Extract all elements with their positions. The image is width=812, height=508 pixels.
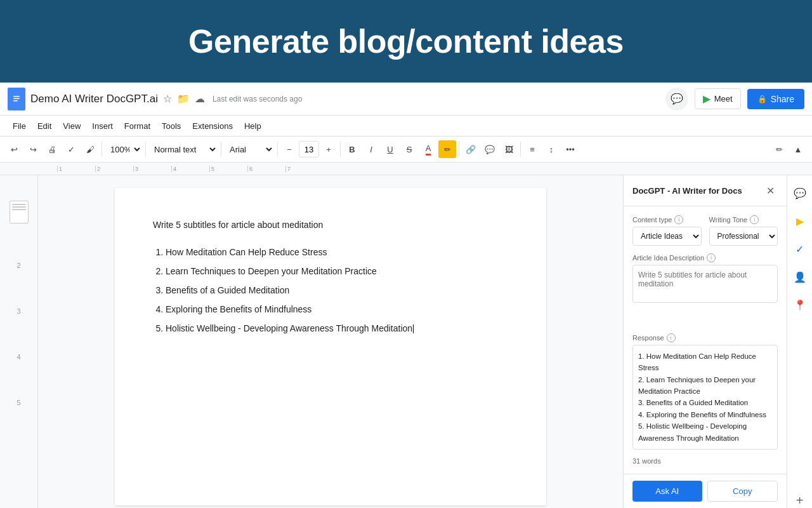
decrease-font-button[interactable]: − xyxy=(280,140,298,158)
zoom-select[interactable]: 100% 75% 125% xyxy=(105,140,143,158)
toolbar: ↩ ↪ 🖨 ✓ 🖌 100% 75% 125% Normal text Head… xyxy=(0,136,812,163)
font-select[interactable]: Arial Times New Roman xyxy=(224,140,275,158)
right-panel: DocGPT - AI Writer for Docs ✕ Content ty… xyxy=(623,175,787,508)
share-button[interactable]: 🔒 Share xyxy=(747,89,804,109)
ask-ai-button[interactable]: Ask AI xyxy=(632,481,702,502)
list-item: Exploring the Benefits of Mindfulness xyxy=(166,300,508,319)
style-select[interactable]: Normal text Heading 1 Heading 2 xyxy=(148,140,218,158)
writing-tone-field: Writing Tone i Professional Casual Forma… xyxy=(709,215,778,246)
add-strip-button[interactable]: + xyxy=(796,493,804,508)
ruler-mark-4: 4 xyxy=(171,166,209,172)
divider-5 xyxy=(340,142,341,157)
ruler: 1 2 3 4 5 6 7 xyxy=(0,163,812,175)
menu-format[interactable]: Format xyxy=(119,119,155,133)
link-button[interactable]: 🔗 xyxy=(462,140,480,158)
ruler-mark-5: 5 xyxy=(209,166,247,172)
title-right-actions: 💬 ▶ Meet 🔒 Share xyxy=(665,88,804,110)
menu-insert[interactable]: Insert xyxy=(87,119,118,133)
font-size-area: − + xyxy=(280,140,337,158)
menu-extensions[interactable]: Extensions xyxy=(187,119,238,133)
response-info-icon[interactable]: i xyxy=(667,333,676,342)
ruler-mark-2: 2 xyxy=(95,166,133,172)
content-type-field: Content type i Article Ideas Blog Post S… xyxy=(632,215,702,246)
doc-area[interactable]: Write 5 subtitles for article about medi… xyxy=(38,175,623,508)
strikethrough-button[interactable]: S xyxy=(400,140,418,158)
meet-button[interactable]: ▶ Meet xyxy=(695,88,741,109)
more-button[interactable]: ••• xyxy=(561,140,579,158)
panel-title: DocGPT - AI Writer for Docs xyxy=(632,186,742,196)
editing-mode-button[interactable]: ✏ xyxy=(770,140,788,158)
desc-field: Article Idea Description i xyxy=(632,253,778,326)
chat-strip-icon[interactable]: 💬 xyxy=(790,183,810,203)
font-size-input[interactable] xyxy=(299,141,319,157)
response-field: Response i 1. How Meditation Can Help Re… xyxy=(632,333,778,450)
text-color-button[interactable]: A xyxy=(419,140,437,158)
divider-1 xyxy=(102,142,102,157)
print-button[interactable]: 🖨 xyxy=(43,140,61,158)
icon-strip: 💬 ▶ ✓ 👤 📍 + xyxy=(787,175,812,508)
lock-icon: 🔒 xyxy=(757,95,767,104)
page-sidebar: 2 3 4 5 xyxy=(0,175,38,508)
align-button[interactable]: ≡ xyxy=(523,140,541,158)
undo-button[interactable]: ↩ xyxy=(5,140,23,158)
writing-tone-select[interactable]: Professional Casual Formal xyxy=(709,227,778,246)
cloud-icon[interactable]: ☁ xyxy=(195,93,205,105)
svg-rect-2 xyxy=(13,98,20,99)
main-area: 2 3 4 5 Write 5 subtitles for article ab… xyxy=(0,175,812,508)
menu-file[interactable]: File xyxy=(8,119,31,133)
last-edit-text: Last edit was seconds ago xyxy=(213,95,302,104)
bold-button[interactable]: B xyxy=(343,140,361,158)
divider-6 xyxy=(459,142,459,157)
doc-page: Write 5 subtitles for article about medi… xyxy=(115,188,546,505)
text-cursor xyxy=(413,324,414,333)
increase-font-button[interactable]: + xyxy=(320,140,337,158)
highlight-button[interactable]: ✏ xyxy=(438,140,456,158)
ruler-marks: 1 2 3 4 5 6 7 xyxy=(57,166,324,172)
hero-banner: Generate blog/content ideas xyxy=(0,0,812,83)
content-type-info-icon[interactable]: i xyxy=(674,215,683,224)
menu-view[interactable]: View xyxy=(58,119,86,133)
page-icon-1 xyxy=(10,201,29,224)
folder-icon[interactable]: 📁 xyxy=(177,93,190,105)
writing-tone-info-icon[interactable]: i xyxy=(750,215,759,224)
doc-prompt: Write 5 subtitles for article about medi… xyxy=(153,220,508,230)
content-type-select[interactable]: Article Ideas Blog Post Social Media xyxy=(632,227,702,246)
comment-button[interactable]: 💬 xyxy=(481,140,499,158)
underline-button[interactable]: U xyxy=(381,140,399,158)
panel-row-1: Content type i Article Ideas Blog Post S… xyxy=(632,215,778,246)
menu-tools[interactable]: Tools xyxy=(157,119,186,133)
collapse-button[interactable]: ▲ xyxy=(789,140,807,158)
line-spacing-button[interactable]: ↕ xyxy=(542,140,560,158)
ruler-mark-3: 3 xyxy=(133,166,171,172)
page-num-5: 5 xyxy=(16,399,20,406)
image-button[interactable]: 🖼 xyxy=(500,140,518,158)
panel-close-button[interactable]: ✕ xyxy=(763,183,778,198)
ai-strip-icon[interactable]: ✓ xyxy=(790,239,810,259)
redo-button[interactable]: ↪ xyxy=(24,140,42,158)
ruler-mark-1: 1 xyxy=(57,166,95,172)
list-item: Benefits of a Guided Meditation xyxy=(166,281,508,300)
panel-header: DocGPT - AI Writer for Docs ✕ xyxy=(624,175,787,206)
copy-button[interactable]: Copy xyxy=(707,481,778,502)
doc-list: How Meditation Can Help Reduce Stress Le… xyxy=(153,243,508,338)
svg-rect-1 xyxy=(13,96,20,97)
desc-info-icon[interactable]: i xyxy=(707,253,716,262)
docs-icon xyxy=(8,88,25,110)
video-strip-icon[interactable]: ▶ xyxy=(790,211,810,231)
menu-help[interactable]: Help xyxy=(239,119,266,133)
italic-button[interactable]: I xyxy=(362,140,380,158)
person-strip-icon[interactable]: 👤 xyxy=(790,267,810,287)
menu-edit[interactable]: Edit xyxy=(32,119,56,133)
response-box: 1. How Meditation Can Help Reduce Stress… xyxy=(632,345,778,450)
location-strip-icon[interactable]: 📍 xyxy=(790,295,810,315)
desc-textarea[interactable] xyxy=(632,265,778,303)
paint-format-button[interactable]: 🖌 xyxy=(81,140,99,158)
chat-button[interactable]: 💬 xyxy=(665,88,688,110)
list-item: Learn Techniques to Deepen your Meditati… xyxy=(166,262,508,281)
doc-title: Demo AI Writer DocGPT.ai xyxy=(30,93,158,105)
page-num-3: 3 xyxy=(16,307,20,315)
word-count: 31 words xyxy=(632,457,778,465)
writing-tone-label: Writing Tone i xyxy=(709,215,778,224)
star-icon[interactable]: ☆ xyxy=(163,93,172,105)
spell-check-button[interactable]: ✓ xyxy=(62,140,80,158)
